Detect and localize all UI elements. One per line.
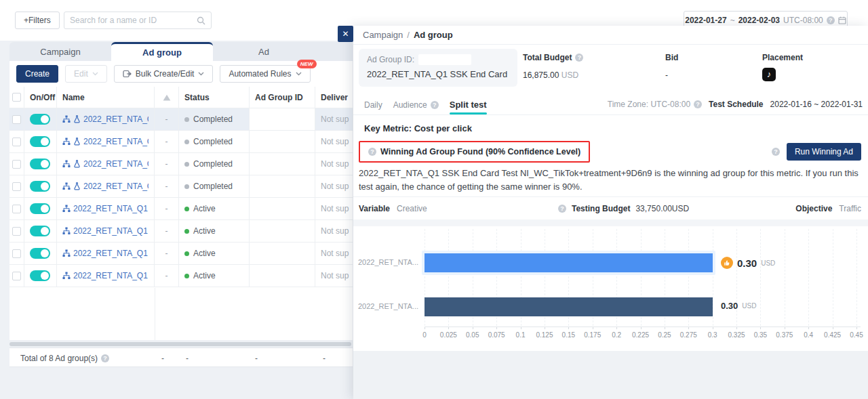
tab-ad[interactable]: Ad — [213, 42, 315, 61]
table-row[interactable]: 2022_RET_NTA_Q1 SSK E... - Active Not su… — [9, 220, 353, 243]
timezone-label: UTC-08:00 — [783, 16, 823, 25]
ad-group-name-link[interactable]: 2022_RET_NTA_Q1 SSK E... — [73, 226, 149, 236]
status-dot — [184, 184, 189, 189]
table-row[interactable]: 2022_RET_NTA_Q1 SSK NI... - Active Not s… — [9, 243, 353, 265]
horizontal-scrollbar[interactable] — [9, 342, 351, 346]
axis-tick-label: 0.25 — [651, 331, 678, 339]
chart-bar[interactable] — [425, 253, 713, 272]
table-row[interactable]: 2022_RET_NTA_Q1 SSK NI... - Active Not s… — [9, 265, 353, 287]
column-header-delivery[interactable]: Deliver — [315, 87, 353, 108]
split-test-icon — [62, 115, 71, 123]
status-dot — [184, 274, 189, 278]
row-checkbox[interactable] — [12, 249, 21, 258]
date-end: 2022-02-03 — [738, 16, 780, 25]
onoff-toggle[interactable] — [30, 181, 50, 192]
table-header-row: On/Off Name Status Ad Group ID Deliver — [9, 87, 353, 108]
info-icon — [827, 16, 835, 24]
axis-tick-label: 0.125 — [531, 331, 558, 339]
status-dot — [184, 251, 189, 256]
tab-audience[interactable]: Audience — [393, 93, 439, 114]
table-row[interactable]: 2022_RET_NTA_Q1 SS... - Completed Not su… — [9, 108, 353, 131]
run-winning-ad-button[interactable]: Run Winning Ad — [787, 143, 861, 161]
key-metric-label: Key Metric: Cost per click — [364, 123, 472, 133]
ad-group-name-link[interactable]: 2022_RET_NTA_Q1 SSK NI... — [73, 271, 149, 280]
edit-button[interactable]: Edit — [65, 65, 107, 83]
status-cell: Active — [179, 265, 250, 287]
bulk-create-edit-button[interactable]: Bulk Create/Edit — [114, 65, 214, 83]
experiment-flask-icon — [73, 138, 81, 146]
tab-daily[interactable]: Daily — [364, 93, 382, 114]
status-cell: Completed — [179, 153, 250, 175]
row-checkbox[interactable] — [12, 138, 21, 146]
bar-value: 0.30USD — [721, 257, 775, 269]
chart-gridline — [808, 229, 809, 327]
select-all-checkbox[interactable] — [12, 93, 21, 102]
axis-tick-label: 0.325 — [723, 331, 750, 339]
column-header-warning[interactable] — [155, 87, 179, 108]
breadcrumb-campaign[interactable]: Campaign — [363, 30, 403, 40]
table-row[interactable]: 2022_RET_NTA_Q1 SS... - Completed Not su… — [9, 175, 353, 198]
close-panel-button[interactable]: ✕ — [338, 26, 353, 42]
onoff-toggle[interactable] — [30, 136, 50, 147]
bar-value-unit: USD — [742, 302, 756, 310]
status-badge: Completed — [193, 182, 233, 191]
winner-thumbs-up-icon — [721, 257, 733, 269]
delivery-cell: Not sup — [315, 198, 353, 219]
axis-tick-label: 0.425 — [819, 331, 846, 339]
ad-group-name-link[interactable]: 2022_RET_NTA_Q1 SS... — [83, 137, 149, 146]
ad-group-id-cell — [250, 243, 315, 264]
status-badge: Completed — [193, 114, 233, 124]
status-dot — [184, 162, 189, 167]
bulk-edit-icon — [123, 70, 132, 78]
onoff-toggle[interactable] — [30, 226, 50, 236]
row-checkbox[interactable] — [12, 160, 21, 169]
ad-group-name-link[interactable]: 2022_RET_NTA_Q1 SSK NI... — [73, 249, 149, 258]
onoff-toggle[interactable] — [30, 203, 50, 214]
search-input[interactable]: Search for a name or ID — [64, 12, 212, 29]
ad-group-name-link[interactable]: 2022_RET_NTA_Q1 SS... — [83, 182, 149, 191]
ad-group-name-link[interactable]: 2022_RET_NTA_Q1 SS... — [83, 114, 149, 124]
entity-tabs: Campaign Ad group Ad — [9, 42, 353, 61]
ad-group-name-link[interactable]: 2022_RET_NTA_Q1 SSK E... — [73, 204, 149, 213]
create-button[interactable]: Create — [16, 65, 58, 83]
ad-group-detail-panel: Campaign / Ad group Ad Group ID: 2022_RE… — [353, 26, 868, 399]
split-test-icon — [62, 249, 71, 257]
status-cell: Completed — [179, 131, 250, 152]
ad-group-name-link[interactable]: 2022_RET_NTA_Q1 SS... — [83, 159, 149, 169]
detail-tabs: Daily Audience Split test Time Zone: UTC… — [353, 93, 868, 115]
onoff-toggle[interactable] — [30, 270, 50, 281]
delivery-cell: Not sup — [315, 108, 353, 130]
tab-campaign[interactable]: Campaign — [9, 42, 111, 61]
table-body: 2022_RET_NTA_Q1 SS... - Completed Not su… — [9, 108, 353, 287]
status-cell: Active — [179, 198, 250, 219]
info-icon — [101, 354, 109, 362]
row-checkbox[interactable] — [12, 227, 21, 236]
tab-ad-group[interactable]: Ad group — [111, 42, 213, 61]
row-checkbox[interactable] — [12, 182, 21, 191]
row-checkbox[interactable] — [12, 272, 21, 280]
total-budget-currency: USD — [561, 70, 578, 80]
onoff-toggle[interactable] — [30, 159, 50, 169]
tab-split-test[interactable]: Split test — [450, 93, 487, 114]
table-footer: Total of 8 Ad group(s) - - - - — [9, 348, 353, 367]
table-row[interactable]: 2022_RET_NTA_Q1 SS... - Completed Not su… — [9, 153, 353, 175]
filters-button[interactable]: +Filters — [15, 12, 60, 29]
column-header-onoff[interactable]: On/Off — [24, 87, 57, 108]
status-badge: Active — [193, 204, 216, 213]
automated-rules-button[interactable]: Automated Rules NEW — [220, 65, 310, 83]
onoff-toggle[interactable] — [30, 114, 50, 125]
onoff-toggle[interactable] — [30, 248, 50, 259]
table-row[interactable]: 2022_RET_NTA_Q1 SSK E... - Active Not su… — [9, 198, 353, 220]
column-header-status[interactable]: Status — [179, 87, 250, 108]
column-header-ad-group-id[interactable]: Ad Group ID — [250, 87, 315, 108]
row-checkbox[interactable] — [12, 205, 21, 213]
column-header-name[interactable]: Name — [57, 87, 155, 108]
status-badge: Active — [193, 271, 216, 280]
row-checkbox[interactable] — [12, 115, 21, 124]
delivery-cell: Not sup — [315, 265, 353, 287]
axis-tick-label: 0.075 — [483, 331, 510, 339]
table-row[interactable]: 2022_RET_NTA_Q1 SS... - Completed Not su… — [9, 131, 353, 153]
bid-stat: Bid - — [665, 53, 678, 80]
chart-bar[interactable] — [425, 297, 713, 316]
ad-group-id-cell — [250, 265, 315, 287]
